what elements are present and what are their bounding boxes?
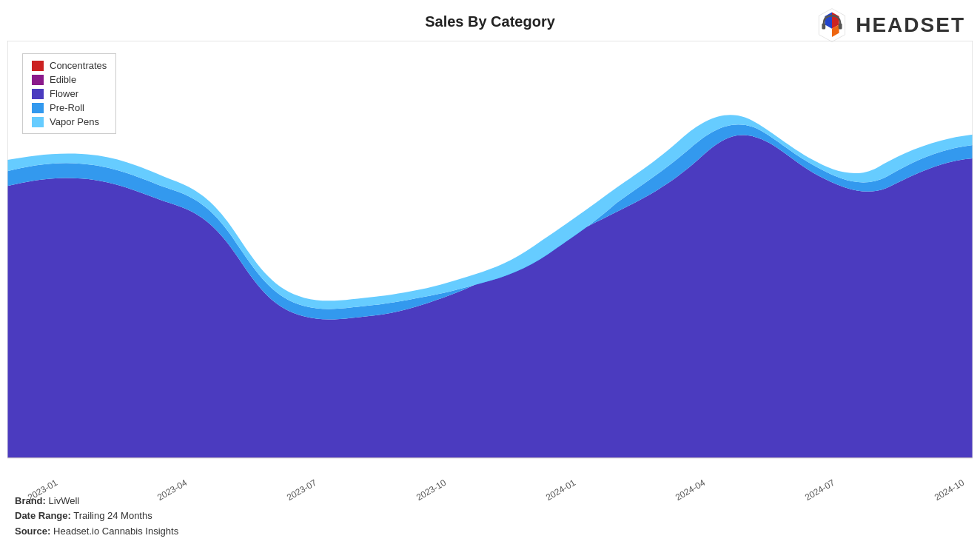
chart-area bbox=[7, 41, 973, 473]
footer-info: Brand: LivWell Date Range: Trailing 24 M… bbox=[15, 494, 178, 540]
legend-item-preroll: Pre-Roll bbox=[32, 102, 107, 113]
footer-daterange-value: Trailing 24 Months bbox=[73, 510, 152, 521]
legend-label-concentrates: Concentrates bbox=[50, 60, 107, 71]
footer-daterange-label: Date Range: bbox=[15, 510, 71, 521]
x-label-5: 2024-04 bbox=[674, 477, 707, 503]
footer-daterange: Date Range: Trailing 24 Months bbox=[15, 509, 178, 524]
x-label-3: 2023-10 bbox=[415, 477, 448, 503]
chart-legend: Concentrates Edible Flower Pre-Roll Vapo… bbox=[22, 53, 116, 134]
legend-item-flower: Flower bbox=[32, 88, 107, 99]
footer-source: Source: Headset.io Cannabis Insights bbox=[15, 524, 178, 540]
footer-brand: Brand: LivWell bbox=[15, 494, 178, 509]
legend-label-preroll: Pre-Roll bbox=[50, 102, 84, 113]
x-label-7: 2024-10 bbox=[933, 477, 966, 503]
footer-source-label: Source: bbox=[15, 526, 50, 537]
logo-container: HEADSET bbox=[814, 7, 965, 43]
legend-swatch-edible bbox=[32, 75, 44, 85]
legend-label-flower: Flower bbox=[50, 88, 78, 99]
legend-item-vaporpens: Vapor Pens bbox=[32, 116, 107, 127]
footer-brand-label: Brand: bbox=[15, 495, 46, 506]
svg-marker-2 bbox=[825, 12, 833, 28]
logo-text: HEADSET bbox=[856, 13, 965, 37]
legend-item-concentrates: Concentrates bbox=[32, 60, 107, 71]
svg-rect-5 bbox=[839, 24, 842, 30]
svg-rect-4 bbox=[822, 24, 826, 30]
headset-logo-icon bbox=[814, 7, 850, 43]
legend-label-edible: Edible bbox=[50, 74, 76, 85]
chart-svg bbox=[7, 41, 973, 473]
legend-swatch-flower bbox=[32, 89, 44, 99]
legend-swatch-vaporpens bbox=[32, 117, 44, 127]
legend-swatch-preroll bbox=[32, 103, 44, 113]
legend-item-edible: Edible bbox=[32, 74, 107, 85]
legend-swatch-concentrates bbox=[32, 61, 44, 71]
x-label-2: 2023-07 bbox=[285, 477, 318, 503]
legend-label-vaporpens: Vapor Pens bbox=[50, 116, 99, 127]
footer-source-value: Headset.io Cannabis Insights bbox=[53, 526, 178, 537]
x-label-6: 2024-07 bbox=[803, 477, 836, 503]
x-label-4: 2024-01 bbox=[544, 477, 577, 503]
footer-brand-value: LivWell bbox=[49, 495, 80, 506]
